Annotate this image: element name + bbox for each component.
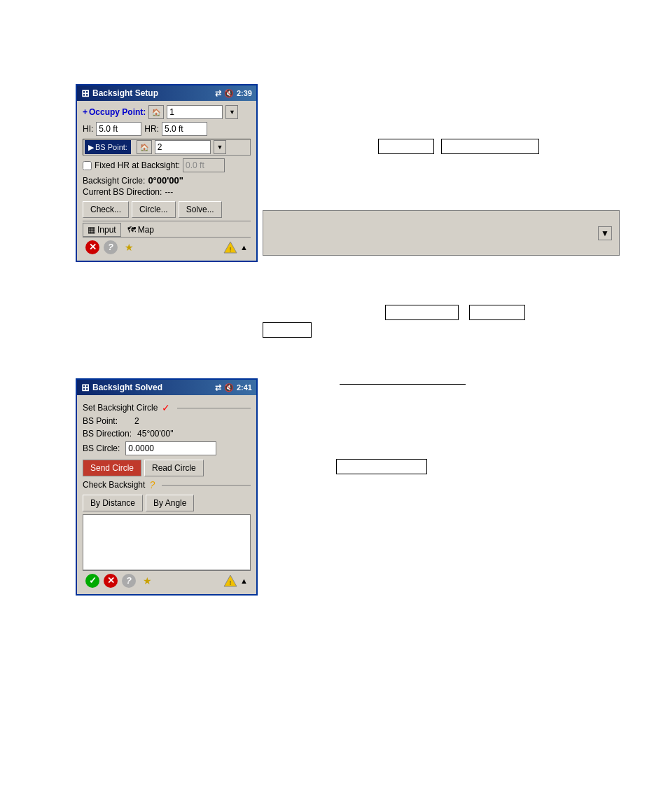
help-status-icon[interactable]: ? — [104, 240, 118, 254]
window1-button-row: Check... Circle... Solve... — [83, 201, 251, 218]
occupy-point-dropdown[interactable]: ▼ — [225, 105, 238, 119]
occupy-point-label: + Occupy Point: — [83, 107, 146, 117]
w2-bs-direction-label: BS Direction: — [83, 429, 132, 439]
tab-map[interactable]: 🗺 Map — [123, 223, 159, 237]
windows-logo2-icon: ⊞ — [81, 382, 90, 393]
fixed-hr-label: Fixed HR at Backsight: — [95, 160, 180, 170]
titlebar2-right: ⇄ 🔇 2:41 — [215, 383, 252, 392]
w2-bs-direction-value: 45°00'00" — [137, 429, 173, 439]
backsight-circle-label: Backsight Circle: — [83, 176, 145, 186]
dropdown-arrow-btn[interactable]: ▼ — [598, 226, 612, 240]
check-button-row: By Distance By Angle — [83, 495, 251, 511]
bs-point-row: ▶ BS Point: 🏠 ▼ — [83, 139, 251, 156]
window1-titlebar: ⊞ Backsight Setup ⇄ 🔇 2:39 — [77, 85, 256, 101]
occupy-point-row: + Occupy Point: 🏠 ▼ — [83, 105, 251, 119]
check-button[interactable]: Check... — [83, 201, 129, 218]
bs-circle-input[interactable] — [125, 441, 216, 455]
current-bs-label: Current BS Direction: — [83, 187, 162, 197]
svg-text:!: ! — [230, 246, 232, 253]
titlebar-left: ⊞ Backsight Setup — [81, 88, 158, 99]
accept-status-icon[interactable]: ✓ — [85, 574, 99, 588]
fixed-hr-row: Fixed HR at Backsight: — [83, 158, 251, 172]
star-status-icon[interactable]: ★ — [122, 240, 136, 254]
w2-bs-circle-label: BS Circle: — [83, 443, 120, 453]
fixed-hr-input — [183, 158, 225, 172]
sync2-icon: ⇄ — [215, 383, 221, 392]
hi-label: HI: — [83, 124, 93, 134]
occupy-point-input[interactable] — [167, 105, 223, 119]
annot-box-4 — [469, 305, 525, 320]
scroll-up-arrow[interactable]: ▲ — [240, 243, 248, 252]
speaker2-icon: 🔇 — [224, 383, 234, 392]
window2-title: Backsight Solved — [92, 383, 162, 392]
window2-status-bar: ✓ ✕ ? ★ ! ▲ — [83, 570, 251, 590]
scroll2-up-arrow[interactable]: ▲ — [240, 577, 248, 585]
w2-bs-point-row: BS Point: 2 — [83, 416, 251, 426]
annot-box-3 — [385, 305, 459, 320]
hazard-triangle-icon: ! — [223, 241, 237, 254]
check-backsight-label: Check Backsight — [83, 480, 145, 490]
circle-button[interactable]: Circle... — [132, 201, 176, 218]
fixed-hr-checkbox[interactable] — [83, 161, 92, 170]
annot-box-5 — [263, 322, 312, 338]
window1-content: + Occupy Point: 🏠 ▼ HI: HR: ▶ BS Point: … — [77, 101, 256, 261]
bs-point-icon[interactable]: 🏠 — [137, 140, 152, 154]
solve-button[interactable]: Solve... — [179, 201, 222, 218]
sync-icon: ⇄ — [215, 89, 221, 98]
tab-input[interactable]: ▦ Input — [83, 223, 121, 237]
speaker-icon: 🔇 — [224, 89, 234, 98]
circle-button-row: Send Circle Read Circle — [83, 460, 251, 476]
window2-time: 2:41 — [237, 383, 252, 392]
annot-box-6 — [336, 459, 427, 474]
w2-bs-point-value: 2 — [134, 416, 139, 426]
w2-bs-circle-row: BS Circle: — [83, 441, 251, 455]
hazard2-triangle-icon: ! — [223, 574, 237, 587]
by-angle-button[interactable]: By Angle — [146, 495, 194, 511]
bs-point-btn[interactable]: ▶ BS Point: — [85, 140, 131, 154]
triangle-small: ▶ — [88, 143, 94, 152]
backsight-solved-window: ⊞ Backsight Solved ⇄ 🔇 2:41 Set Backsigh… — [76, 378, 258, 596]
results-area — [83, 514, 251, 570]
set-backsight-section: Set Backsight Circle ✓ — [83, 402, 251, 413]
help-section-icon[interactable]: ? — [149, 479, 155, 490]
annot-box-2 — [441, 139, 539, 154]
hi-hr-row: HI: HR: — [83, 122, 251, 136]
check-backsight-section: Check Backsight ? — [83, 479, 251, 490]
windows-logo-icon: ⊞ — [81, 88, 90, 99]
checkmark-icon: ✓ — [162, 402, 170, 413]
close-status-icon[interactable]: ✕ — [85, 240, 99, 254]
backsight-circle-row: Backsight Circle: 0°00'00" — [83, 175, 251, 186]
current-bs-row: Current BS Direction: --- — [83, 187, 251, 197]
backsight-setup-window: ⊞ Backsight Setup ⇄ 🔇 2:39 + Occupy Poin… — [76, 84, 258, 262]
map-icon: 🗺 — [127, 225, 136, 235]
plus-icon: + — [83, 107, 88, 117]
help2-status-icon[interactable]: ? — [122, 574, 136, 588]
hr-label: HR: — [144, 124, 159, 134]
window2-content: Set Backsight Circle ✓ BS Point: 2 BS Di… — [77, 395, 256, 594]
titlebar2-left: ⊞ Backsight Solved — [81, 382, 162, 393]
annot-box-1 — [378, 139, 434, 154]
window1-time: 2:39 — [237, 89, 252, 97]
window2-titlebar: ⊞ Backsight Solved ⇄ 🔇 2:41 — [77, 380, 256, 395]
bs-point-input[interactable] — [155, 140, 211, 154]
current-bs-value: --- — [165, 187, 173, 197]
annotation-line — [340, 384, 466, 385]
star2-status-icon[interactable]: ★ — [140, 574, 154, 588]
close2-status-icon[interactable]: ✕ — [104, 574, 118, 588]
hazard2-area: ! ▲ — [223, 574, 248, 587]
w2-bs-direction-row: BS Direction: 45°00'00" — [83, 429, 251, 439]
hazard-area: ! ▲ — [223, 241, 248, 254]
by-distance-button[interactable]: By Distance — [83, 495, 143, 511]
input-icon: ▦ — [88, 225, 95, 235]
occupy-point-icon-btn[interactable]: 🏠 — [148, 105, 164, 119]
titlebar-right: ⇄ 🔇 2:39 — [215, 89, 252, 98]
bs-point-dropdown[interactable]: ▼ — [214, 140, 226, 154]
hr-input[interactable] — [162, 122, 207, 136]
hi-input[interactable] — [96, 122, 141, 136]
send-circle-button[interactable]: Send Circle — [83, 460, 141, 476]
read-circle-button[interactable]: Read Circle — [144, 460, 204, 476]
window1-title: Backsight Setup — [92, 88, 158, 98]
window1-status-bar: ✕ ? ★ ! ▲ — [83, 237, 251, 256]
backsight-circle-value: 0°00'00" — [148, 175, 183, 186]
set-backsight-label: Set Backsight Circle — [83, 403, 158, 413]
